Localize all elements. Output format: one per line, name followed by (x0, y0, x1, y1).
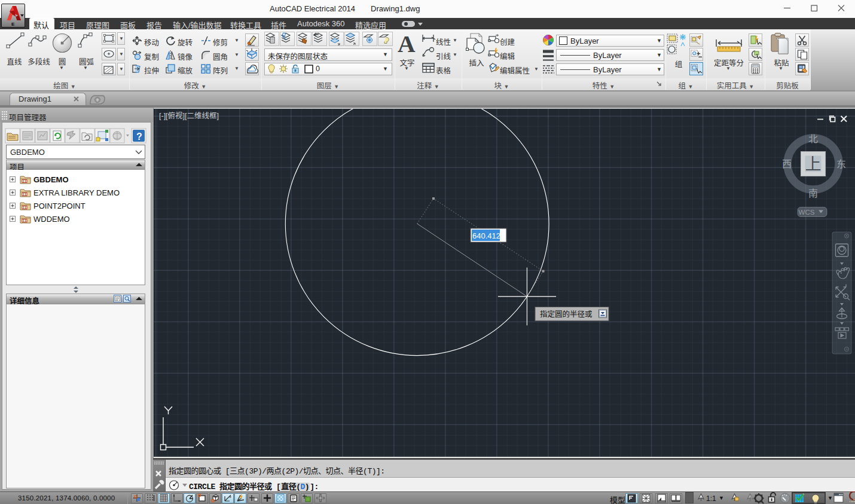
svg-text:指定圆的半径或: 指定圆的半径或 (540, 310, 593, 319)
svg-text:北: 北 (808, 134, 818, 144)
svg-text:西: 西 (782, 159, 792, 169)
svg-text:东: 东 (836, 159, 846, 169)
svg-text:上: 上 (805, 155, 822, 173)
svg-text:[-][俯视][二维线框]: [-][俯视][二维线框] (159, 111, 219, 120)
svg-text:E: E (11, 22, 15, 27)
svg-text:?: ? (136, 132, 142, 142)
svg-text:WCS: WCS (799, 209, 815, 216)
svg-text:640.412: 640.412 (472, 231, 500, 240)
svg-text:南: 南 (808, 188, 818, 198)
